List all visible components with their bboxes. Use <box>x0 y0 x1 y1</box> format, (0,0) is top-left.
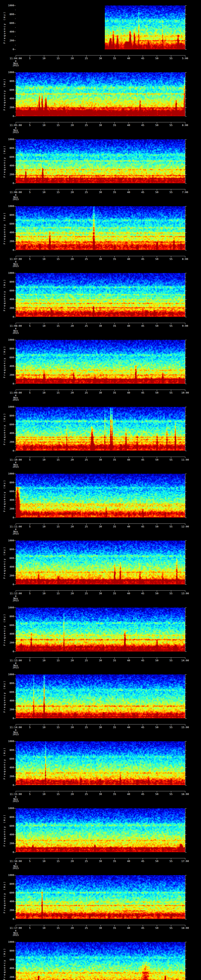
x-tick-label: 55 <box>169 458 172 461</box>
x-tick-label: 55 <box>169 391 172 394</box>
spectrogram-panel: Frequency (Hz) 11:15:00 16:00 4 Nov 2015… <box>0 736 201 803</box>
x-tick-label: 25 <box>85 726 88 729</box>
y-axis-minor-tick-right <box>185 362 186 362</box>
x-tick-label: 30 <box>99 726 102 729</box>
x-tick-label: 40 <box>127 258 130 260</box>
y-axis-major-tick <box>14 852 16 853</box>
y-axis-major-tick <box>14 741 16 741</box>
y-axis-minor-tick <box>15 438 16 438</box>
x-tick-label: 35 <box>113 458 116 461</box>
x-tick-label: 30 <box>99 458 102 461</box>
x-tick-label: 40 <box>127 927 130 929</box>
y-axis-minor-tick <box>15 379 16 380</box>
y-tick-label: 600 <box>4 289 14 292</box>
y-axis-major-tick <box>14 139 16 140</box>
x-tick-label: 50 <box>155 525 158 528</box>
x-tick-label: 35 <box>113 325 116 327</box>
y-axis-major-tick <box>14 625 16 625</box>
x-axis-tick <box>100 925 101 926</box>
x-tick-label: 10 <box>42 391 46 394</box>
y-axis-minor-tick-right <box>185 36 186 37</box>
x-tick-label: 40 <box>127 458 130 461</box>
x-axis-tick <box>16 122 16 124</box>
x-axis-tick <box>16 590 16 592</box>
x-axis-tick <box>30 55 30 57</box>
y-axis-minor-tick-right <box>185 103 186 103</box>
x-tick-label: 20 <box>71 191 74 194</box>
y-axis-major-tick-right <box>185 608 187 608</box>
y-tick-label: 0 <box>4 717 14 720</box>
x-tick-label: 30 <box>99 793 102 795</box>
x-tick-label: 55 <box>169 927 172 929</box>
x-tick-label: 25 <box>85 458 88 461</box>
x-tick-label: 10 <box>42 57 46 60</box>
y-tick-label: 0 <box>4 449 14 452</box>
x-tick-label: 5 <box>29 57 30 60</box>
x-end-time-label: 11:00 <box>181 458 189 461</box>
x-axis-tick <box>30 657 30 659</box>
y-axis-major-tick <box>14 584 16 585</box>
y-tick-label: 1000 <box>4 807 14 810</box>
y-axis-minor-tick <box>15 429 16 429</box>
x-axis-tick <box>171 390 171 391</box>
x-axis-tick <box>16 189 16 191</box>
y-tick-label: 400 <box>4 565 14 568</box>
x-tick-label: 5 <box>29 191 30 194</box>
spectrogram-panel: Frequency (Hz) 11:07:00 8:00 4 Nov 2015 … <box>0 201 201 268</box>
x-tick-label: 45 <box>141 458 144 461</box>
x-tick-label: 10 <box>42 525 46 528</box>
x-axis-tick <box>171 256 171 258</box>
y-tick-label: 400 <box>4 164 14 167</box>
y-axis-minor-tick-right <box>185 612 186 612</box>
y-axis-minor-tick-right <box>185 946 186 947</box>
x-axis-tick <box>30 925 30 926</box>
y-axis-major-tick-right <box>185 72 187 73</box>
x-tick-label: 20 <box>71 391 74 394</box>
x-axis-tick <box>100 523 101 525</box>
y-tick-label: 1000 <box>4 406 14 408</box>
x-axis-tick <box>171 590 171 592</box>
y-axis-minor-tick-right <box>185 170 186 170</box>
x-tick-label: 50 <box>155 927 158 929</box>
y-axis-major-tick-right <box>185 718 187 719</box>
spectrogram-canvas <box>16 273 185 317</box>
x-end-time-label: 6:00 <box>182 124 188 126</box>
x-axis-tick <box>185 457 185 458</box>
x-tick-label: 55 <box>169 525 172 528</box>
y-tick-label: 600 <box>4 22 14 24</box>
y-tick-label: 1000 <box>4 539 14 542</box>
y-axis-title: Frequency (Hz) <box>3 145 6 178</box>
y-axis-major-tick-right <box>185 959 187 960</box>
x-axis-tick <box>171 122 171 124</box>
x-tick-label: 35 <box>113 659 116 662</box>
x-tick-label: 50 <box>155 124 158 126</box>
y-tick-label: 200 <box>4 106 14 109</box>
x-start-time-label: 11:16:00 <box>10 860 22 862</box>
x-tick-label: 40 <box>127 592 130 595</box>
y-tick-label: 600 <box>4 223 14 225</box>
x-tick-label: 40 <box>127 191 130 194</box>
y-tick-label: 600 <box>4 891 14 894</box>
x-axis-tick <box>30 189 30 191</box>
x-axis-tick <box>171 657 171 659</box>
y-axis-major-tick-right <box>185 942 187 942</box>
spectrogram-panel: Frequency (Hz) 11:09:00 10:00 4 Nov 2015… <box>0 334 201 401</box>
x-tick-label: 55 <box>169 191 172 194</box>
x-axis-tick <box>185 323 185 325</box>
y-axis-title: Frequency (Hz) <box>3 680 6 713</box>
y-axis-title: Frequency (Hz) <box>3 948 6 980</box>
x-tick-label: 55 <box>169 659 172 662</box>
y-tick-label: 400 <box>4 699 14 702</box>
y-tick-label: 800 <box>4 280 14 283</box>
y-tick-label: 800 <box>4 883 14 885</box>
x-tick-label: 15 <box>56 793 60 795</box>
y-axis-major-tick-right <box>185 852 187 853</box>
x-tick-label: 20 <box>71 860 74 862</box>
x-tick-label: 30 <box>99 525 102 528</box>
y-axis-major-tick <box>14 5 16 6</box>
y-tick-label: 600 <box>4 824 14 827</box>
y-axis-minor-tick-right <box>185 286 186 286</box>
spectrogram-canvas <box>16 541 185 584</box>
spectrogram-panel: Frequency (Hz) 11:05:00 6:00 4 Nov 2015 … <box>0 67 201 134</box>
y-tick-label: 1000 <box>4 339 14 341</box>
